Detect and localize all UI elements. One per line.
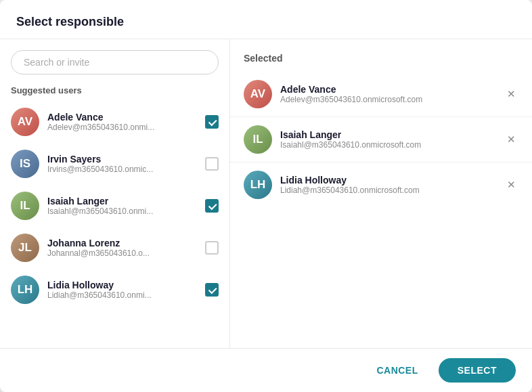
remove-button[interactable]: ✕ bbox=[504, 132, 518, 147]
user-email: Irvins@m365043610.onmic... bbox=[47, 165, 200, 174]
user-checkbox[interactable] bbox=[205, 199, 219, 213]
selected-user-info: Lidia Holloway Lidiah@m365043610.onmicro… bbox=[280, 175, 504, 195]
search-wrapper bbox=[0, 50, 229, 85]
user-info: Isaiah Langer Isaiahl@m365043610.onmi... bbox=[47, 196, 200, 216]
user-email: Isaiahl@m365043610.onmi... bbox=[47, 206, 200, 216]
suggested-label: Suggested users bbox=[0, 85, 229, 101]
user-checkbox[interactable] bbox=[205, 283, 219, 297]
user-name: Adele Vance bbox=[47, 112, 200, 123]
user-email: Lidiah@m365043610.onmi... bbox=[47, 290, 200, 300]
selected-label: Selected bbox=[230, 50, 532, 72]
user-list: AV Adele Vance Adelev@m365043610.onmi...… bbox=[0, 101, 229, 348]
list-item[interactable]: IS Irvin Sayers Irvins@m365043610.onmic.… bbox=[0, 143, 229, 185]
selected-item: AV Adele Vance Adelev@m365043610.onmicro… bbox=[230, 72, 532, 117]
user-info: Johanna Lorenz Johannal@m365043610.o... bbox=[47, 238, 200, 258]
list-item[interactable]: AV Adele Vance Adelev@m365043610.onmi... bbox=[0, 101, 229, 143]
user-name: Isaiah Langer bbox=[47, 196, 200, 206]
user-info: Irvin Sayers Irvins@m365043610.onmic... bbox=[47, 154, 200, 174]
list-item[interactable]: LH Lidia Holloway Lidiah@m365043610.onmi… bbox=[0, 269, 229, 311]
selected-user-name: Lidia Holloway bbox=[280, 175, 504, 186]
selected-item: IL Isaiah Langer Isaiahl@m365043610.onmi… bbox=[230, 117, 532, 162]
user-info: Lidia Holloway Lidiah@m365043610.onmi... bbox=[47, 280, 200, 300]
selected-user-info: Adele Vance Adelev@m365043610.onmicrosof… bbox=[280, 84, 504, 104]
search-input[interactable] bbox=[11, 50, 219, 74]
selected-list: AV Adele Vance Adelev@m365043610.onmicro… bbox=[230, 72, 532, 348]
user-name: Irvin Sayers bbox=[47, 154, 200, 165]
selected-user-email: Lidiah@m365043610.onmicrosoft.com bbox=[280, 186, 504, 195]
dialog-title: Select responsible bbox=[16, 15, 124, 28]
avatar: LH bbox=[244, 171, 272, 199]
select-responsible-dialog: Select responsible Suggested users AV Ad… bbox=[0, 0, 532, 392]
user-info: Adele Vance Adelev@m365043610.onmi... bbox=[47, 112, 200, 132]
avatar: IL bbox=[11, 192, 39, 220]
avatar: IL bbox=[244, 125, 272, 154]
left-panel: Suggested users AV Adele Vance Adelev@m3… bbox=[0, 39, 230, 348]
user-email: Adelev@m365043610.onmi... bbox=[47, 123, 200, 132]
list-item[interactable]: IL Isaiah Langer Isaiahl@m365043610.onmi… bbox=[0, 185, 229, 227]
dialog-footer: CANCEL SELECT bbox=[0, 348, 532, 392]
avatar: JL bbox=[11, 234, 39, 262]
avatar: IS bbox=[11, 150, 39, 178]
selected-user-info: Isaiah Langer Isaiahl@m365043610.onmicro… bbox=[280, 129, 504, 150]
selected-item: LH Lidia Holloway Lidiah@m365043610.onmi… bbox=[230, 162, 532, 207]
user-checkbox[interactable] bbox=[205, 115, 219, 129]
avatar: LH bbox=[11, 276, 39, 304]
selected-user-name: Isaiah Langer bbox=[280, 129, 504, 140]
list-item[interactable]: JL Johanna Lorenz Johannal@m365043610.o.… bbox=[0, 227, 229, 269]
avatar: AV bbox=[11, 108, 39, 136]
dialog-header: Select responsible bbox=[0, 0, 532, 39]
remove-button[interactable]: ✕ bbox=[504, 87, 518, 102]
dialog-body: Suggested users AV Adele Vance Adelev@m3… bbox=[0, 39, 532, 348]
user-name: Johanna Lorenz bbox=[47, 238, 200, 248]
select-button[interactable]: SELECT bbox=[439, 358, 516, 383]
selected-user-email: Adelev@m365043610.onmicrosoft.com bbox=[280, 95, 504, 104]
user-checkbox[interactable] bbox=[205, 241, 219, 255]
selected-user-email: Isaiahl@m365043610.onmicrosoft.com bbox=[280, 140, 504, 150]
cancel-button[interactable]: CANCEL bbox=[364, 358, 430, 383]
user-name: Lidia Holloway bbox=[47, 280, 200, 290]
remove-button[interactable]: ✕ bbox=[504, 177, 518, 192]
user-checkbox[interactable] bbox=[205, 157, 219, 171]
avatar: AV bbox=[244, 80, 272, 108]
selected-user-name: Adele Vance bbox=[280, 84, 504, 95]
right-panel: Selected AV Adele Vance Adelev@m36504361… bbox=[230, 39, 532, 348]
user-email: Johannal@m365043610.o... bbox=[47, 248, 200, 258]
